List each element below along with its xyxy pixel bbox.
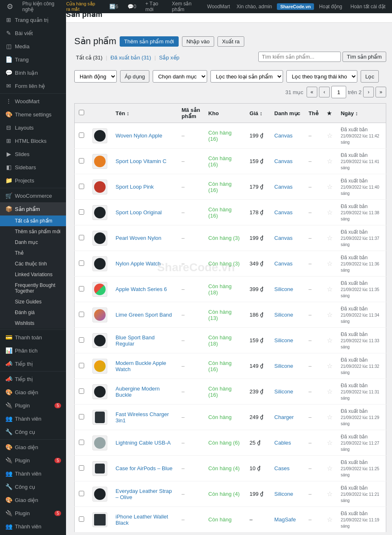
- sidebar-item-forms[interactable]: ✉ Form liên hệ: [0, 79, 66, 92]
- activity-link[interactable]: Hoạt động: [316, 0, 345, 13]
- category-link[interactable]: Silicone: [274, 491, 293, 497]
- row-checkbox[interactable]: [79, 133, 84, 138]
- submenu-linked-variations[interactable]: Linked Variations: [0, 269, 66, 280]
- category-filter-select[interactable]: Chọn danh mục: [153, 70, 207, 83]
- star-button[interactable]: ☆: [327, 286, 333, 293]
- site-name[interactable]: Phụ kiện công nghệ: [19, 0, 60, 13]
- star-button[interactable]: ☆: [327, 414, 333, 421]
- search-input[interactable]: [258, 52, 341, 62]
- sidebar-item-theme-settings[interactable]: 🎨 Theme settings: [0, 108, 66, 121]
- filter-button[interactable]: Lọc: [361, 70, 379, 83]
- category-link[interactable]: Canvas: [274, 158, 293, 164]
- row-checkbox[interactable]: [79, 491, 84, 496]
- category-link[interactable]: Silicone: [274, 363, 293, 369]
- search-button[interactable]: Tìm sản phẩm: [342, 52, 387, 62]
- category-link[interactable]: Cases: [274, 465, 290, 471]
- row-checkbox[interactable]: [79, 363, 84, 368]
- star-button[interactable]: ☆: [327, 337, 333, 344]
- row-checkbox[interactable]: [79, 388, 84, 394]
- sidebar-item-projects[interactable]: 📁 Projects: [0, 174, 66, 187]
- row-checkbox[interactable]: [79, 235, 84, 240]
- submenu-all-products[interactable]: Tất cả sản phẩm: [0, 215, 66, 226]
- row-checkbox[interactable]: [79, 337, 84, 343]
- sidebar-item-plugins2[interactable]: 🔌 Plugin 5: [0, 454, 66, 467]
- product-name-link[interactable]: Pearl Woven Nylon: [116, 235, 161, 241]
- sidebar-item-tools[interactable]: 🔧 Công cụ: [0, 425, 66, 438]
- submenu-size-guides[interactable]: Size Guides: [0, 296, 66, 307]
- sidebar-item-slides[interactable]: ▶ Slides: [0, 147, 66, 161]
- last-page-button[interactable]: »: [375, 87, 386, 97]
- next-page-button[interactable]: ›: [363, 87, 374, 97]
- row-checkbox[interactable]: [79, 209, 84, 215]
- category-link[interactable]: Silicone: [274, 337, 293, 343]
- sidebar-item-users2[interactable]: 👥 Thành viên: [0, 467, 66, 480]
- row-checkbox[interactable]: [79, 516, 84, 522]
- category-link[interactable]: Cables: [274, 440, 291, 446]
- star-button[interactable]: ☆: [327, 183, 333, 190]
- row-checkbox[interactable]: [79, 286, 84, 291]
- sidebar-item-woocommerce[interactable]: 🛒 WooCommerce: [0, 189, 66, 202]
- product-name-link[interactable]: Aubergine Modern Buckle: [116, 386, 160, 398]
- row-checkbox[interactable]: [79, 184, 84, 189]
- comments-link[interactable]: 💬 0: [124, 0, 140, 13]
- sidebar-item-payments[interactable]: 💳 Thanh toán: [0, 331, 66, 344]
- star-button[interactable]: ☆: [327, 362, 333, 369]
- sidebar-item-woodmart[interactable]: ⋮ WoodMart: [0, 95, 66, 108]
- view-products-link[interactable]: Xem sản phẩm: [168, 0, 201, 13]
- product-name-link[interactable]: Nylon Apple Watch: [116, 260, 161, 267]
- star-button[interactable]: ☆: [327, 465, 333, 472]
- category-link[interactable]: Canvas: [274, 235, 293, 241]
- sidebar-item-pages[interactable]: 📄 Trang: [0, 53, 66, 66]
- bulk-action-select[interactable]: Hành động: [74, 70, 117, 83]
- product-name-link[interactable]: iPhone Leather Wallet Black: [116, 514, 168, 526]
- product-name-link[interactable]: Fast Wireless Charger 3in1: [116, 411, 169, 424]
- sidebar-item-html-blocks[interactable]: ⊞ HTML Blocks: [0, 134, 66, 147]
- star-button[interactable]: ☆: [327, 260, 333, 267]
- row-checkbox[interactable]: [79, 312, 84, 317]
- new-post-link[interactable]: + Tạo mới: [142, 0, 166, 13]
- sidebar-item-layouts[interactable]: ⊟ Layouts: [0, 121, 66, 134]
- sidebar-item-posts[interactable]: ✎ Bài viết: [0, 26, 66, 40]
- product-name-link[interactable]: Sport Loop Original: [116, 209, 162, 215]
- select-all-checkbox[interactable]: [79, 110, 84, 115]
- export-button[interactable]: Xuất ra: [217, 36, 244, 47]
- star-button[interactable]: ☆: [327, 158, 333, 165]
- sidebar-item-users3[interactable]: 👥 Thành viên: [0, 520, 66, 533]
- sidebar-item-plugins3[interactable]: 🔌 Plugin 5: [0, 507, 66, 520]
- sidebar-item-appearance[interactable]: 🎨 Giao diện: [0, 386, 66, 399]
- sidebar-item-comments[interactable]: 💬 Bình luận: [0, 66, 66, 79]
- import-button[interactable]: Nhập vào: [182, 36, 214, 47]
- sidebar-item-dashboard[interactable]: ⊞ Trang quản trị: [0, 13, 66, 26]
- sidebar-item-plugins[interactable]: 🔌 Plugin 5: [0, 399, 66, 412]
- row-checkbox[interactable]: [79, 414, 84, 419]
- sidebar-item-tools3[interactable]: 🔧 Công cụ: [0, 533, 66, 535]
- category-link[interactable]: Silicone: [274, 312, 293, 318]
- add-product-button[interactable]: Thêm sản phẩm mới: [120, 36, 179, 47]
- filter-published[interactable]: Đã xuất bản (31): [109, 54, 153, 62]
- star-button[interactable]: ☆: [327, 516, 333, 523]
- product-name-link[interactable]: Lightning Cable USB-A: [116, 440, 171, 446]
- submenu-wishlists[interactable]: Wishlists: [0, 318, 66, 329]
- star-button[interactable]: ☆: [327, 209, 333, 216]
- row-checkbox[interactable]: [79, 260, 84, 266]
- product-name-link[interactable]: Blue Sport Band Regular: [116, 334, 155, 347]
- star-button[interactable]: ☆: [327, 132, 333, 139]
- product-name-link[interactable]: Modern Buckle Apple Watch: [116, 360, 166, 372]
- store-link[interactable]: WoodMart: [204, 0, 233, 13]
- sidebar-item-tools2[interactable]: 🔧 Công cụ: [0, 480, 66, 493]
- sidebar-item-products-parent[interactable]: 📦 Sản phẩm: [0, 202, 66, 215]
- col-header-date[interactable]: Ngày ↕: [337, 104, 386, 123]
- sidebar-item-marketing2[interactable]: 📣 Tiếp thị: [0, 372, 66, 386]
- submenu-add-product[interactable]: Thêm sản phẩm mới: [0, 226, 66, 237]
- product-name-link[interactable]: Lime Green Sport Band: [116, 312, 172, 318]
- sidebar-item-appearance2[interactable]: 🎨 Giao diện: [0, 440, 66, 454]
- updates-link[interactable]: 🔄 6: [106, 0, 122, 13]
- sidebar-item-sidebars[interactable]: ◧ Sidebars: [0, 161, 66, 174]
- product-name-link[interactable]: Everyday Leather Strap – Olive: [116, 488, 172, 500]
- star-button[interactable]: ☆: [327, 490, 333, 497]
- apply-button[interactable]: Áp dụng: [120, 70, 149, 83]
- filter-sort[interactable]: Sắp xếp: [158, 54, 181, 62]
- sidebar-item-users[interactable]: 👥 Thành viên: [0, 412, 66, 425]
- row-checkbox[interactable]: [79, 465, 84, 471]
- product-type-select[interactable]: Lọc theo loại sản phẩm: [210, 70, 283, 83]
